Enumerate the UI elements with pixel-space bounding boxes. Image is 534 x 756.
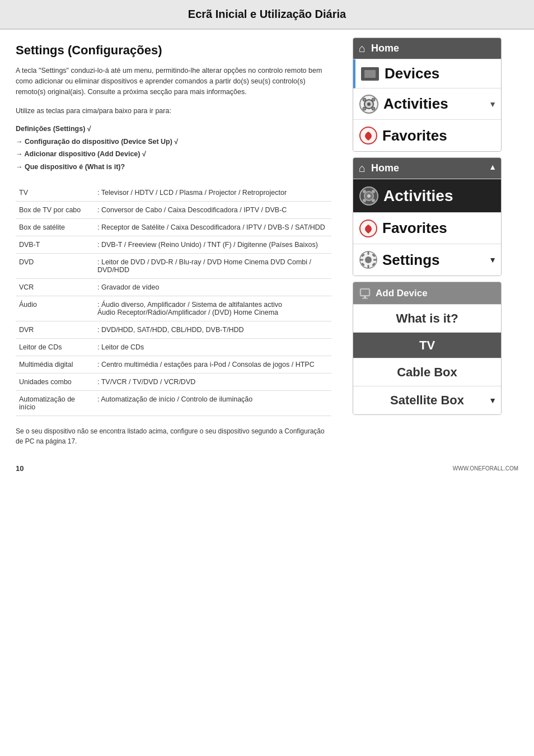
page-footer: 10 WWW.ONEFORALL.COM xyxy=(0,458,534,479)
svg-rect-18 xyxy=(368,251,369,255)
add-device-label: Add Device xyxy=(376,288,428,299)
table-row: Áudio: Áudio diverso, Amplificador / Sis… xyxy=(16,296,331,321)
sidebar-item-home-2[interactable]: ⌂ Home ▲ xyxy=(353,158,501,179)
table-row: DVR: DVD/HDD, SAT/HDD, CBL/HDD, DVB-T/HD… xyxy=(16,321,331,339)
activities-icon-1 xyxy=(359,94,379,114)
device-desc: : Centro multimédia / estações para i-Po… xyxy=(94,356,331,374)
table-row: VCR: Gravador de vídeo xyxy=(16,279,331,296)
device-desc: : Leitor de CDs xyxy=(94,339,331,356)
device-name: Automatização de início xyxy=(16,391,94,416)
satellite-box-label: Satellite Box xyxy=(390,393,464,408)
activities-icon-2 xyxy=(359,186,379,206)
svg-rect-19 xyxy=(368,265,369,268)
activities-label-2: Activities xyxy=(383,187,453,205)
device-name: Box de TV por cabo xyxy=(16,202,94,219)
svg-point-5 xyxy=(363,107,366,110)
sidebar-item-home-1[interactable]: ⌂ Home xyxy=(353,38,501,59)
device-name: DVR xyxy=(16,321,94,339)
device-name: Multimédia digital xyxy=(16,356,94,374)
intro-text: A tecla "Settings" conduzi-lo-á até um m… xyxy=(16,66,331,97)
sidebar-item-satellite-box[interactable]: Satellite Box ▼ xyxy=(353,386,501,414)
device-desc: : DVD/HDD, SAT/HDD, CBL/HDD, DVB-T/HDD xyxy=(94,321,331,339)
favorites-label-2: Favorites xyxy=(382,220,447,237)
table-row: Box de TV por cabo: Conversor de Cabo / … xyxy=(16,202,331,219)
sidebar-item-what-is-it[interactable]: What is it? xyxy=(353,305,501,333)
svg-point-2 xyxy=(367,102,371,106)
svg-point-12 xyxy=(372,190,375,193)
table-row: DVD: Leitor de DVD / DVD-R / Blu-ray / D… xyxy=(16,254,331,279)
sidebar-item-activities-selected[interactable]: Activities xyxy=(353,179,501,213)
page-number: 10 xyxy=(16,464,24,473)
table-row: Box de satélite: Receptor de Satélite / … xyxy=(16,219,331,236)
device-desc: : Automatização de início / Controlo de … xyxy=(94,391,331,416)
table-row: DVB-T: DVB-T / Freeview (Reino Unido) / … xyxy=(16,236,331,254)
device-name: TV xyxy=(16,184,94,202)
section-title: Settings (Configurações) xyxy=(16,43,331,58)
sidebar-item-activities-1[interactable]: Activities ▼ xyxy=(353,88,501,120)
scroll-up-arrow: ▲ xyxy=(489,162,496,171)
ui-panel-3: Add Device What is it? TV Cable Box Sate… xyxy=(353,282,502,415)
home-icon: ⌂ xyxy=(359,42,366,55)
table-row: Automatização de início: Automatização d… xyxy=(16,391,331,416)
device-table: TV: Televisor / HDTV / LCD / Plasma / Pr… xyxy=(16,184,331,416)
device-name: Áudio xyxy=(16,296,94,321)
device-desc: : Gravador de vídeo xyxy=(94,279,331,296)
device-desc: : Leitor de DVD / DVD-R / Blu-ray / DVD … xyxy=(94,254,331,279)
device-desc: : Conversor de Cabo / Caixa Descodificad… xyxy=(94,202,331,219)
sidebar-item-favorites-1[interactable]: Favorites xyxy=(353,120,501,151)
nav-item-1: → Configuração do dispositivo (Device Se… xyxy=(16,136,331,148)
svg-point-3 xyxy=(363,98,366,101)
what-is-it-label: What is it? xyxy=(396,311,458,326)
sidebar-item-devices[interactable]: Devices xyxy=(353,59,501,88)
sidebar-item-settings[interactable]: Settings ▼ xyxy=(353,244,501,276)
home-label-2: Home xyxy=(371,162,399,174)
page-title: Ecrã Inicial e Utilização Diária xyxy=(0,8,534,21)
device-name: Unidades combo xyxy=(16,374,94,391)
page-header: Ecrã Inicial e Utilização Diária xyxy=(0,0,534,30)
activities-label-1: Activities xyxy=(383,95,448,113)
table-row: Leitor de CDs: Leitor de CDs xyxy=(16,339,331,356)
device-name: DVD xyxy=(16,254,94,279)
devices-label: Devices xyxy=(385,65,439,82)
left-content: Settings (Configurações) A tecla "Settin… xyxy=(0,30,347,458)
nav-list: Definições (Settings) √ → Configuração d… xyxy=(16,123,331,173)
sidebar-item-add-device[interactable]: Add Device xyxy=(353,282,501,305)
use-keys-text: Utilize as teclas para cima/para baixo p… xyxy=(16,107,331,115)
nav-item-3: → Que dispositivo é (What is it)? xyxy=(16,161,331,174)
add-device-icon xyxy=(359,287,371,300)
sidebar-item-favorites-2[interactable]: Favorites xyxy=(353,213,501,244)
svg-point-13 xyxy=(363,199,366,202)
svg-rect-28 xyxy=(364,296,366,298)
svg-point-4 xyxy=(372,98,375,101)
sidebar-item-tv[interactable]: TV xyxy=(353,333,501,358)
device-desc: : Áudio diverso, Amplificador / Sistema … xyxy=(94,296,331,321)
tv-label: TV xyxy=(419,338,435,353)
svg-rect-20 xyxy=(360,259,363,261)
device-desc: : TV/VCR / TV/DVD / VCR/DVD xyxy=(94,374,331,391)
website-url: WWW.ONEFORALL.COM xyxy=(453,465,518,472)
nav-item-0: Definições (Settings) √ xyxy=(16,123,331,136)
scroll-down-arrow-3: ▼ xyxy=(489,396,496,405)
svg-point-11 xyxy=(363,190,366,193)
svg-rect-21 xyxy=(373,259,377,261)
main-layout: Settings (Configurações) A tecla "Settin… xyxy=(0,30,534,458)
home-icon-2: ⌂ xyxy=(359,162,366,175)
settings-label: Settings xyxy=(382,251,440,269)
nav-item-2: → Adicionar dispositivo (Add Device) √ xyxy=(16,148,331,161)
svg-point-14 xyxy=(372,199,375,202)
sidebar-item-cable-box[interactable]: Cable Box xyxy=(353,358,501,386)
settings-icon xyxy=(359,250,378,269)
table-row: Multimédia digital: Centro multimédia / … xyxy=(16,356,331,374)
device-desc: : Televisor / HDTV / LCD / Plasma / Proj… xyxy=(94,184,331,202)
footer-note: Se o seu dispositivo não se encontra lis… xyxy=(16,426,331,446)
svg-rect-27 xyxy=(361,290,369,295)
device-desc: : DVB-T / Freeview (Reino Unido) / TNT (… xyxy=(94,236,331,254)
svg-point-10 xyxy=(367,194,371,198)
favorites-icon-2 xyxy=(359,219,378,238)
ui-panel-2: ⌂ Home ▲ Activities xyxy=(353,157,502,276)
device-name: Box de satélite xyxy=(16,219,94,236)
svg-point-6 xyxy=(372,107,375,110)
device-name: Leitor de CDs xyxy=(16,339,94,356)
svg-rect-29 xyxy=(362,298,368,299)
cable-box-label: Cable Box xyxy=(397,365,457,380)
